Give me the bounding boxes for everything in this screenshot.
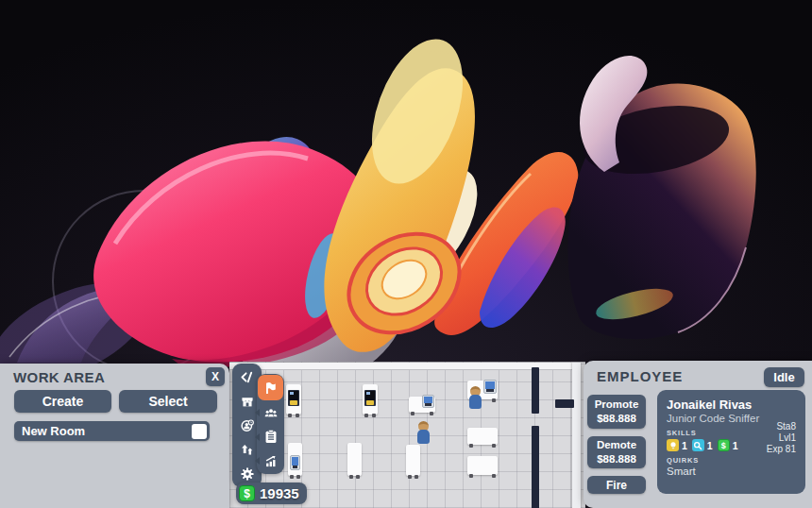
employee-sprite[interactable] xyxy=(469,386,482,411)
skill-count: 1 xyxy=(682,440,687,451)
desk[interactable] xyxy=(467,456,498,475)
computer-icon xyxy=(483,380,497,394)
submenu-arrow-icon xyxy=(255,433,260,441)
idea-bulb-icon xyxy=(667,439,679,451)
panel-title: WORK AREA xyxy=(13,369,105,385)
status-badge: Idle xyxy=(764,367,804,387)
select-button[interactable]: Select xyxy=(119,390,217,413)
employee-panel: EMPLOYEE Idle Promote $88.888 Demote $88… xyxy=(584,361,812,508)
team-people-icon[interactable] xyxy=(259,401,283,425)
money-amount: 19935 xyxy=(260,485,299,501)
desk[interactable] xyxy=(347,443,362,476)
money-icon: $ xyxy=(239,485,255,501)
create-button[interactable]: Create xyxy=(14,390,111,413)
stats-chart-icon[interactable] xyxy=(259,449,283,473)
quirk-item: Smart xyxy=(667,466,796,477)
employee-name: Jonaikel Rivas xyxy=(667,398,796,412)
work-area-panel: WORK AREA X Create Select New Room xyxy=(0,364,229,508)
demote-label: Demote xyxy=(597,438,636,452)
computer-icon xyxy=(422,395,434,408)
game-screen: $ 19935 WORK AREA X Create Select New Ro… xyxy=(0,0,812,508)
employee-card: Jonaikel Rivas Junior Code Sniffer SKILL… xyxy=(657,390,805,494)
desk[interactable] xyxy=(286,384,301,415)
desk[interactable] xyxy=(467,428,498,445)
skill-count: 1 xyxy=(707,440,713,451)
employee-stats: Sta8 Lvl1 Exp 81 xyxy=(767,421,796,455)
computer-icon xyxy=(290,455,300,470)
toolbar-secondary xyxy=(257,374,284,474)
stat-stamina: Sta8 xyxy=(767,421,796,432)
wall-right xyxy=(572,363,581,508)
workstation-icon xyxy=(364,390,376,406)
code-icon[interactable] xyxy=(235,365,260,389)
desk[interactable] xyxy=(288,443,302,476)
stat-exp: Exp 81 xyxy=(767,444,796,455)
quirks-label: QUIRKS xyxy=(667,456,796,465)
money-counter: $ 19935 xyxy=(236,483,307,504)
wall-segment xyxy=(532,426,539,508)
promote-button[interactable]: Promote $88.888 xyxy=(587,395,646,429)
promote-label: Promote xyxy=(595,398,639,412)
skill-count: 1 xyxy=(733,440,738,451)
submenu-arrow-icon xyxy=(255,409,260,416)
demote-button[interactable]: Demote $88.888 xyxy=(587,436,646,468)
wall-segment xyxy=(555,399,574,408)
wall-top xyxy=(229,363,572,370)
money-dollar-icon: $ xyxy=(718,439,730,451)
desk[interactable] xyxy=(406,445,420,476)
wall-segment xyxy=(532,367,539,414)
submenu-arrow-icon xyxy=(255,457,260,465)
fire-button[interactable]: Fire xyxy=(587,476,646,494)
tasks-clipboard-icon[interactable] xyxy=(259,425,283,449)
new-room-label: New Room xyxy=(22,424,85,438)
new-room-checkbox[interactable] xyxy=(192,424,207,439)
milestone-flag-icon[interactable] xyxy=(258,375,283,400)
new-room-option[interactable]: New Room xyxy=(14,421,210,441)
workstation-icon xyxy=(288,390,299,406)
promote-cost: $88.888 xyxy=(597,412,636,426)
panel-title: EMPLOYEE xyxy=(597,368,683,384)
employee-sprite[interactable] xyxy=(417,421,430,446)
close-icon[interactable]: X xyxy=(206,367,225,386)
demote-cost: $88.888 xyxy=(597,452,636,466)
search-magnifier-icon xyxy=(692,439,704,451)
stat-level: Lvl1 xyxy=(767,432,796,444)
desk[interactable] xyxy=(363,384,378,415)
desk[interactable] xyxy=(409,397,435,413)
